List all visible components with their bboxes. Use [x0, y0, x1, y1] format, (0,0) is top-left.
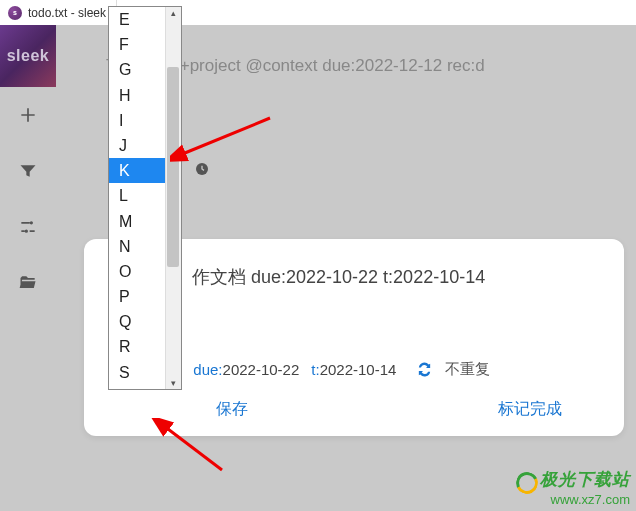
filter-button[interactable] [0, 143, 56, 199]
tab-title: todo.txt - sleek [28, 6, 106, 20]
logo: sleek [0, 25, 56, 87]
save-button[interactable]: 保存 [216, 399, 248, 420]
scroll-up-arrow[interactable]: ▴ [168, 8, 178, 18]
clock-icon [194, 161, 210, 177]
folder-open-icon [18, 273, 38, 293]
app-icon: s [8, 6, 22, 20]
due-field[interactable]: due:2022-10-22 [193, 361, 299, 378]
scroll-down-arrow[interactable]: ▾ [168, 378, 178, 388]
sliders-icon [18, 217, 38, 237]
repeat-icon[interactable] [416, 361, 433, 378]
mark-done-button[interactable]: 标记完成 [498, 399, 562, 420]
watermark: 极光下载站 www.xz7.com [516, 468, 630, 507]
dropdown-scrollbar[interactable]: ▴ ▾ [165, 7, 181, 389]
action-buttons: 保存 标记完成 [108, 379, 604, 422]
plus-icon [18, 105, 38, 125]
threshold-field[interactable]: t:2022-10-14 [311, 361, 396, 378]
task-2-text: 作文档 due:2022-10-22 t:2022-10-14 [108, 265, 604, 289]
folder-button[interactable] [0, 255, 56, 311]
repeat-label[interactable]: 不重复 [445, 360, 490, 379]
settings-button[interactable] [0, 199, 56, 255]
add-button[interactable] [0, 87, 56, 143]
tab-bar: s todo.txt - sleek [0, 0, 636, 25]
window-tab[interactable]: s todo.txt - sleek [0, 0, 117, 25]
filter-icon [18, 161, 38, 181]
task-meta-row: A due:2022-10-22 t:2022-10-14 不重复 [108, 359, 604, 379]
sidebar: sleek [0, 25, 56, 511]
scroll-thumb[interactable] [167, 67, 179, 267]
priority-dropdown[interactable]: EFGHIJKLMNOPQRSTU ▴ ▾ [108, 6, 182, 390]
